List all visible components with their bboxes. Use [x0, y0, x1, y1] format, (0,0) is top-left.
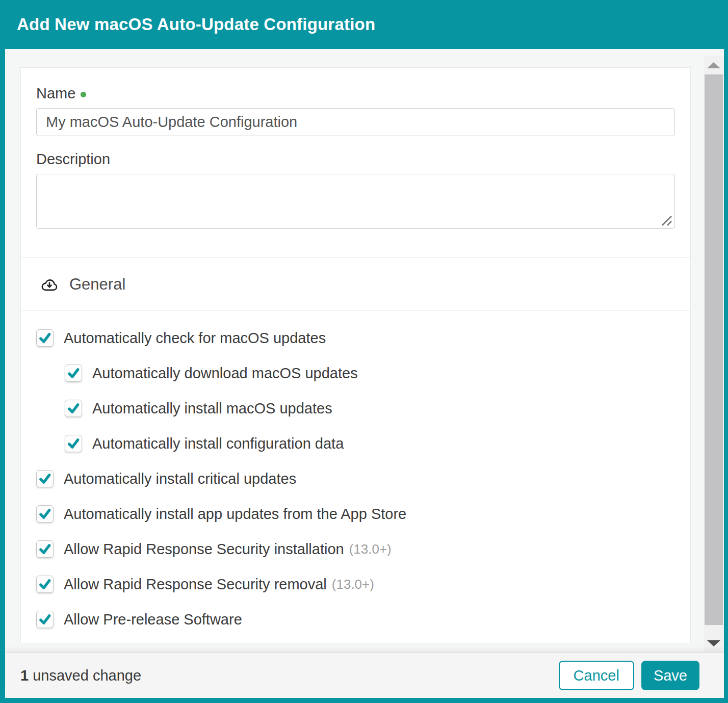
name-label: Name [36, 85, 75, 102]
checkbox-label: Automatically check for macOS updates [64, 330, 326, 347]
checkmark-icon [38, 331, 51, 345]
checkbox-checked[interactable] [36, 611, 54, 628]
name-input[interactable] [36, 108, 675, 136]
unsaved-label: unsaved change [29, 667, 141, 684]
description-textarea[interactable] [36, 174, 675, 229]
checkbox-label: Automatically install configuration data [92, 435, 344, 452]
scroll-down-button[interactable] [704, 634, 724, 653]
checkbox-label: Automatically download macOS updates [92, 365, 358, 382]
checkmark-icon [38, 472, 51, 485]
scrollbar-thumb[interactable] [705, 74, 723, 625]
checkbox-row-app-store-updates: Automatically install app updates from t… [36, 505, 675, 523]
checkbox-checked[interactable] [36, 540, 54, 558]
checkmark-icon [38, 542, 51, 556]
checkmark-icon [67, 367, 80, 380]
checkbox-checked[interactable] [65, 435, 82, 452]
checkbox-label: Automatically install macOS updates [92, 400, 332, 417]
checkbox-row-rrs-removal: Allow Rapid Response Security removal (1… [36, 576, 675, 593]
scroll-up-button[interactable] [704, 56, 724, 74]
checkbox-label: Automatically install app updates from t… [64, 506, 406, 523]
settings-card: Name Description [20, 67, 691, 643]
checkbox-row-critical-updates: Automatically install critical updates [36, 470, 675, 487]
checkmark-icon [38, 507, 51, 520]
checkmark-icon [38, 578, 51, 591]
checkbox-row-install-config-data: Automatically install configuration data [65, 435, 675, 452]
checkbox-row-rrs-installation: Allow Rapid Response Security installati… [36, 540, 675, 558]
scroll-up-arrow-icon [707, 62, 720, 68]
checkbox-list: Automatically check for macOS updates Au… [21, 311, 690, 628]
dialog-title: Add New macOS Auto-Update Configuration [17, 15, 375, 34]
cancel-button[interactable]: Cancel [559, 661, 634, 690]
unsaved-changes-status: 1 unsaved change [20, 667, 141, 684]
dialog-header: Add New macOS Auto-Update Configuration [0, 0, 728, 49]
section-header-general: General [21, 257, 690, 311]
general-section-label: General [69, 275, 125, 294]
footer-buttons: Cancel Save [559, 661, 699, 690]
vertical-scrollbar[interactable] [704, 56, 724, 653]
checkbox-row-install-updates: Automatically install macOS updates [65, 400, 675, 417]
save-button[interactable]: Save [641, 661, 699, 690]
checkbox-row-prerelease-software: Allow Pre-release Software [36, 611, 675, 628]
description-label: Description [36, 151, 110, 168]
form-spacer [36, 229, 675, 257]
add-macos-autoupdate-dialog: Add New macOS Auto-Update Configuration … [0, 0, 728, 703]
checkbox-checked[interactable] [65, 400, 82, 417]
name-label-row: Name [36, 85, 675, 102]
scroll-region: Name Description [5, 49, 724, 653]
checkbox-checked[interactable] [36, 505, 54, 523]
checkmark-icon [67, 437, 80, 450]
os-version-badge: (13.0+) [332, 577, 374, 592]
checkmark-icon [67, 402, 80, 415]
checkbox-row-download-updates: Automatically download macOS updates [65, 364, 675, 382]
checkmark-icon [38, 613, 51, 626]
checkbox-checked[interactable] [36, 576, 54, 593]
required-dot-icon [81, 92, 86, 97]
checkbox-label: Allow Rapid Response Security installati… [64, 541, 344, 558]
os-version-badge: (13.0+) [349, 541, 392, 557]
cloud-download-icon [40, 276, 59, 293]
dialog-body: Name Description [5, 49, 724, 698]
checkbox-label: Allow Pre-release Software [64, 611, 242, 628]
description-field-wrap [36, 174, 675, 229]
checkbox-checked[interactable] [36, 470, 54, 487]
checkbox-row-check-for-updates: Automatically check for macOS updates [36, 329, 675, 347]
form-section: Name Description [21, 68, 690, 257]
unsaved-count: 1 [20, 667, 29, 684]
description-label-row: Description [36, 150, 675, 168]
checkbox-label: Automatically install critical updates [64, 471, 296, 487]
checkbox-label: Allow Rapid Response Security removal [64, 576, 327, 593]
dialog-footer: 1 unsaved change Cancel Save [5, 653, 724, 698]
checkbox-checked[interactable] [65, 364, 82, 382]
checkbox-checked[interactable] [36, 329, 54, 347]
scroll-down-arrow-icon [707, 640, 720, 646]
